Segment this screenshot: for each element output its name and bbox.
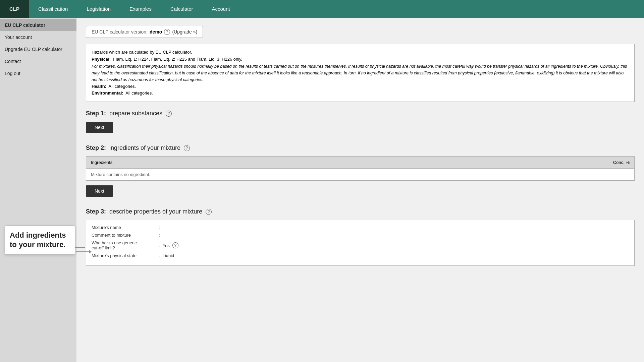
step2-title: Step 2: ingredients of your mixture — [86, 144, 180, 152]
sidebar-item-contact[interactable]: Contact — [0, 55, 76, 67]
physical-text: Flam. Liq. 1: H224, Flam. Liq. 2: H225 a… — [113, 57, 242, 62]
tooltip-bubble: Add ingredients to your mixture. — [5, 226, 75, 255]
nav-account[interactable]: Account — [202, 0, 239, 18]
nav-examples[interactable]: Examples — [120, 0, 161, 18]
sidebar-item-log-out[interactable]: Log out — [0, 67, 76, 79]
table-row-empty: Mixture contains no ingredient. — [86, 169, 635, 181]
cutoff-label: Whether to use genericcut-off limit? — [92, 240, 159, 250]
sidebar-item-your-account[interactable]: Your account — [0, 31, 76, 43]
step3-title: Step 3: describe properties of your mixt… — [86, 208, 202, 215]
health-text: All categories. — [109, 84, 136, 89]
sidebar-item-eu-clp-calculator[interactable]: EU CLP calculator — [0, 19, 76, 31]
sidebar-item-upgrade[interactable]: Upgrade EU CLP calculator — [0, 43, 76, 55]
nav-legislation[interactable]: Legislation — [77, 0, 120, 18]
nav-classification[interactable]: Classification — [29, 0, 77, 18]
step1-header: Step 1: prepare substances ? — [86, 110, 635, 117]
tooltip-arrow — [76, 251, 91, 252]
property-comment: Comment to mixture : — [92, 233, 629, 238]
cutoff-help-icon[interactable]: ? — [172, 242, 178, 248]
properties-box: Mixture's name : Comment to mixture : Wh… — [86, 220, 635, 266]
main-content: EU CLP calculator version: demo ? (Upgra… — [76, 18, 644, 362]
step2-help-icon[interactable]: ? — [184, 145, 190, 151]
health-label: Health: — [92, 84, 106, 89]
physical-state-label: Mixture's physical state — [92, 253, 159, 258]
version-value: demo — [150, 29, 162, 35]
version-bar: EU CLP calculator version: demo ? (Upgra… — [86, 26, 203, 38]
mixture-name-label: Mixture's name — [92, 225, 159, 230]
upgrade-link[interactable]: (Upgrade ») — [172, 29, 197, 35]
info-physical: Physical: Flam. Liq. 1: H224, Flam. Liq.… — [92, 56, 629, 63]
info-body: For mixtures, classification their physi… — [92, 63, 629, 83]
step1-title: Step 1: prepare substances — [86, 110, 162, 117]
nav-calculator[interactable]: Calculator — [161, 0, 203, 18]
physical-state-value: Liquid — [163, 253, 174, 258]
version-help-icon[interactable]: ? — [164, 29, 170, 35]
info-box: Hazards which are calculated by EU CLP c… — [86, 44, 635, 102]
sidebar: EU CLP calculator Your account Upgrade E… — [0, 18, 76, 362]
step1-section: Step 1: prepare substances ? Next — [86, 110, 635, 141]
info-environmental: Environmental: All categories. — [92, 90, 629, 97]
step1-help-icon[interactable]: ? — [166, 111, 172, 117]
step2-section: Step 2: ingredients of your mixture ? In… — [86, 144, 635, 205]
empty-message: Mixture contains no ingredient. — [86, 169, 635, 181]
step3-section: Step 3: describe properties of your mixt… — [86, 208, 635, 266]
step2-next-button[interactable]: Next — [86, 185, 113, 197]
property-cutoff: Whether to use genericcut-off limit? : Y… — [92, 240, 629, 250]
version-label: EU CLP calculator version: — [92, 29, 148, 35]
info-health: Health: All categories. — [92, 83, 629, 90]
environmental-label: Environmental: — [92, 90, 123, 96]
step1-next-button[interactable]: Next — [86, 122, 113, 133]
step3-help-icon[interactable]: ? — [206, 209, 212, 215]
cutoff-value: Yes — [163, 243, 170, 248]
col-ingredients: Ingredients — [86, 157, 385, 169]
info-intro: Hazards which are calculated by EU CLP c… — [92, 49, 629, 56]
comment-label: Comment to mixture — [92, 233, 159, 238]
property-physical-state: Mixture's physical state : Liquid — [92, 253, 629, 258]
col-conc: Conc. % — [385, 157, 635, 169]
physical-label: Physical: — [92, 57, 111, 62]
top-navigation: CLP Classification Legislation Examples … — [0, 0, 644, 18]
step2-header: Step 2: ingredients of your mixture ? — [86, 144, 635, 152]
ingredients-table: Ingredients Conc. % Mixture contains no … — [86, 156, 635, 181]
nav-clp[interactable]: CLP — [0, 0, 29, 18]
property-mixture-name: Mixture's name : — [92, 225, 629, 230]
step3-header: Step 3: describe properties of your mixt… — [86, 208, 635, 215]
environmental-text: All categories. — [125, 90, 153, 96]
